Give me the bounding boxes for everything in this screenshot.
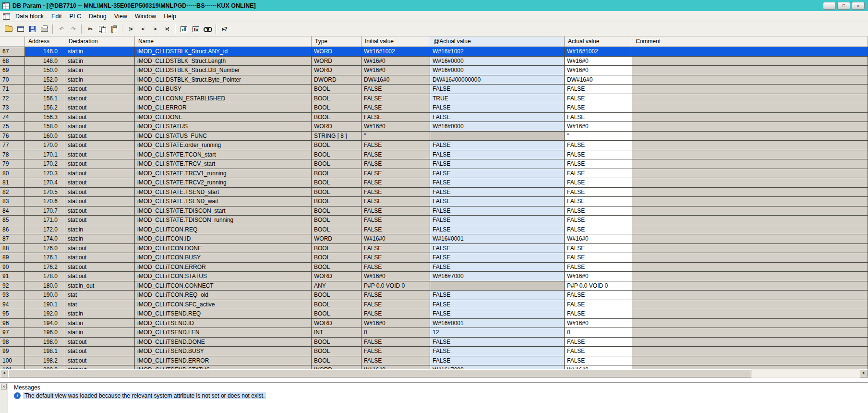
cell-at[interactable]: FALSE [430, 85, 565, 94]
cell-decl[interactable]: stat:out [65, 132, 135, 141]
cell-type[interactable]: STRING [ 8 ] [312, 132, 362, 141]
cell-actual[interactable]: W#16#0 [565, 365, 632, 369]
cell-initial[interactable]: W#16#0 [362, 319, 430, 328]
cell-actual[interactable]: FALSE [565, 225, 632, 235]
cell-initial[interactable]: FALSE [362, 206, 430, 216]
cell-name[interactable]: iMOD_CLI.STATE.TDISCON_start [135, 206, 312, 216]
cell-addr[interactable]: 170.4 [25, 178, 65, 188]
cell-actual[interactable]: FALSE [565, 356, 632, 366]
cell-decl[interactable]: stat:out [65, 169, 135, 179]
redo-button[interactable]: ↷ [67, 24, 79, 35]
cell-actual[interactable]: FALSE [565, 169, 632, 179]
cell-actual[interactable]: FALSE [565, 338, 632, 347]
cell-type[interactable]: ANY [312, 281, 362, 291]
cell-type[interactable]: BOOL [312, 225, 362, 235]
cell-decl[interactable]: stat:out [65, 103, 135, 113]
cell-addr[interactable]: 190.1 [25, 300, 65, 310]
cell-actual[interactable]: W#16#0 [565, 66, 632, 75]
cell-at[interactable]: FALSE [430, 169, 565, 179]
monitor-variables-button[interactable] [202, 24, 214, 35]
cell-at[interactable]: FALSE [430, 263, 565, 272]
cell-actual[interactable]: W#16#0 [565, 122, 632, 132]
row-number[interactable]: 74 [0, 113, 25, 122]
cell-addr[interactable]: 152.0 [25, 75, 65, 85]
cell-at[interactable]: FALSE [430, 197, 565, 206]
cell-comment[interactable] [632, 57, 868, 66]
cell-comment[interactable] [632, 356, 868, 366]
cell-decl[interactable]: stat:in [65, 309, 135, 319]
first-error-button[interactable]: !< [125, 24, 137, 35]
row-number[interactable]: 88 [0, 244, 25, 254]
cell-at[interactable]: W#16#0000 [430, 122, 565, 132]
print-button[interactable] [38, 24, 50, 35]
cell-addr[interactable]: 198.0 [25, 338, 65, 347]
cell-actual[interactable]: FALSE [565, 141, 632, 150]
cell-name[interactable]: iMOD_CLI.DSTBLK_Struct.ANY_id [135, 47, 312, 57]
cell-comment[interactable] [632, 281, 868, 291]
cell-name[interactable]: iMOD_CLI.ERROR [135, 103, 312, 113]
cell-type[interactable]: BOOL [312, 159, 362, 169]
row-number[interactable]: 89 [0, 253, 25, 263]
cell-initial[interactable]: FALSE [362, 263, 430, 272]
cell-addr[interactable]: 178.0 [25, 272, 65, 281]
cell-comment[interactable] [632, 347, 868, 356]
table-row-75[interactable]: 75158.0stat:outiMOD_CLI.STATUSWORDW#16#0… [0, 122, 868, 132]
cell-addr[interactable]: 176.1 [25, 253, 65, 263]
row-number[interactable]: 85 [0, 216, 25, 225]
scroll-left-button[interactable]: ◄ [0, 369, 8, 377]
cell-actual[interactable]: P#P 0.0 VOID 0 [565, 281, 632, 291]
cell-comment[interactable] [632, 300, 868, 310]
cell-at[interactable]: DW#16#00000000 [430, 75, 565, 85]
row-number[interactable]: 96 [0, 319, 25, 328]
cell-decl[interactable]: stat:out [65, 159, 135, 169]
cell-initial[interactable]: FALSE [362, 141, 430, 150]
cell-decl[interactable]: stat [65, 300, 135, 310]
db-block-icon[interactable] [2, 13, 11, 20]
cell-type[interactable]: BOOL [312, 291, 362, 300]
cell-comment[interactable] [632, 319, 868, 328]
cell-at[interactable]: FALSE [430, 225, 565, 235]
row-number[interactable]: 67 [0, 47, 25, 57]
cell-actual[interactable]: FALSE [565, 159, 632, 169]
cell-actual[interactable]: FALSE [565, 216, 632, 225]
cell-type[interactable]: BOOL [312, 94, 362, 104]
cell-addr[interactable]: 160.0 [25, 132, 65, 141]
cell-name[interactable]: iMOD_CLI.iTSEND.DONE [135, 338, 312, 347]
table-row-80[interactable]: 80170.3stat:outiMOD_CLI.STATE.TRCV1_runn… [0, 169, 868, 179]
cell-name[interactable]: iMOD_CLI.BUSY [135, 85, 312, 94]
cell-actual[interactable]: FALSE [565, 113, 632, 122]
table-row-74[interactable]: 74156.3stat:outiMOD_CLI.DONEBOOLFALSEFAL… [0, 113, 868, 122]
cell-initial[interactable]: W#16#0 [362, 57, 430, 66]
cell-type[interactable]: BOOL [312, 150, 362, 160]
cell-actual[interactable]: FALSE [565, 150, 632, 160]
cell-at[interactable] [430, 132, 565, 141]
row-number[interactable]: 82 [0, 188, 25, 197]
cell-name[interactable]: iMOD_CLI.iTCON.DONE [135, 244, 312, 254]
cell-addr[interactable]: 170.3 [25, 169, 65, 179]
cell-decl[interactable]: stat:in [65, 234, 135, 244]
cell-name[interactable]: iMOD_CLI.iTSEND.LEN [135, 328, 312, 338]
table-row-99[interactable]: 99198.1stat:outiMOD_CLI.iTSEND.BUSYBOOLF… [0, 347, 868, 356]
menu-data-block[interactable]: Data block [12, 12, 48, 21]
table-row-94[interactable]: 94190.1statiMOD_CLI.iTCON.SFC_activeBOOL… [0, 300, 868, 310]
download-button[interactable] [14, 24, 26, 35]
cell-at[interactable]: FALSE [430, 178, 565, 188]
table-row-90[interactable]: 90176.2stat:outiMOD_CLI.iTCON.ERRORBOOLF… [0, 263, 868, 272]
cell-at[interactable]: FALSE [430, 291, 565, 300]
cell-name[interactable]: iMOD_CLI.STATE.TSEND_wait [135, 197, 312, 206]
cell-name[interactable]: iMOD_CLI.iTCON.CONNECT [135, 281, 312, 291]
cell-name[interactable]: iMOD_CLI.iTCON.ID [135, 234, 312, 244]
paste-button[interactable] [108, 24, 120, 35]
cell-addr[interactable]: 194.0 [25, 319, 65, 328]
cell-comment[interactable] [632, 159, 868, 169]
cell-at[interactable]: TRUE [430, 94, 565, 104]
cell-comment[interactable] [632, 141, 868, 150]
cell-initial[interactable]: FALSE [362, 253, 430, 263]
row-number[interactable]: 98 [0, 338, 25, 347]
cell-name[interactable]: iMOD_CLI.iTSEND.ERROR [135, 356, 312, 366]
cell-at[interactable]: FALSE [430, 338, 565, 347]
cell-at[interactable]: W#16#7000 [430, 272, 565, 281]
cell-type[interactable]: BOOL [312, 169, 362, 179]
next-error-button[interactable]: > [149, 24, 161, 35]
cell-type[interactable]: WORD [312, 234, 362, 244]
